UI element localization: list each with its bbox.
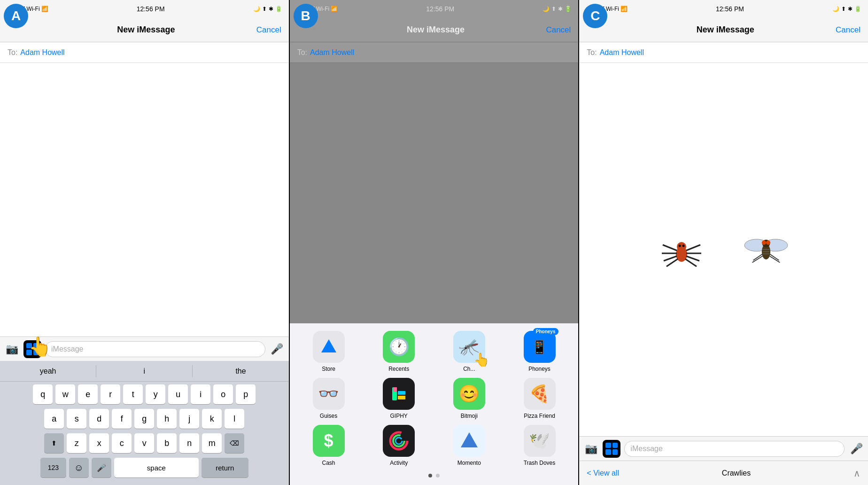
key-u[interactable]: u [168, 384, 188, 404]
app-label-store: Store [322, 366, 335, 372]
apps-icon-c[interactable] [603, 440, 620, 458]
key-row-4: 123 ☺ 🎤 space return [2, 458, 287, 477]
app-trashdoves[interactable]: 🕊️ Trash Doves [506, 425, 573, 466]
view-all-link[interactable]: < View all [587, 469, 619, 477]
key-g[interactable]: g [134, 409, 154, 429]
key-i[interactable]: i [191, 384, 210, 404]
camera-icon-c[interactable]: 📷 [583, 441, 599, 457]
key-x[interactable]: x [89, 433, 109, 453]
key-r[interactable]: r [101, 384, 120, 404]
key-o[interactable]: o [213, 384, 233, 404]
mic-icon-a[interactable]: 🎤 [269, 341, 285, 357]
to-field-b: To: Adam Howell [290, 42, 579, 63]
app-label-momento: Momento [457, 460, 481, 466]
key-j[interactable]: j [179, 409, 199, 429]
cancel-btn-a[interactable]: Cancel [256, 25, 281, 35]
app-activity[interactable]: Activity [365, 425, 432, 466]
chevron-up-icon[interactable]: ∧ [853, 468, 860, 479]
key-m[interactable]: m [202, 433, 222, 453]
app-bitmoji[interactable]: 😊 Bitmoji [436, 378, 503, 419]
app-pizza[interactable]: 🍕 Pizza Friend [506, 378, 573, 419]
sticker-fly[interactable] [728, 212, 804, 287]
key-numbers[interactable]: 123 [40, 458, 66, 477]
cancel-btn-c[interactable]: Cancel [836, 25, 860, 35]
message-area-a[interactable] [0, 63, 289, 336]
app-icon-guises: 👓 [313, 378, 345, 410]
key-l[interactable]: l [225, 409, 244, 429]
svg-line-19 [685, 259, 697, 266]
key-p[interactable]: p [236, 384, 256, 404]
camera-icon-a[interactable]: 📷 [4, 341, 20, 357]
app-label-recents: Recents [388, 366, 409, 372]
suggestion-the[interactable]: the [193, 365, 288, 377]
key-d[interactable]: d [89, 409, 109, 429]
to-name-c[interactable]: Adam Howell [600, 48, 644, 57]
svg-line-16 [686, 245, 700, 250]
key-a[interactable]: a [44, 409, 64, 429]
app-label-giphy: GIPHY [390, 413, 407, 419]
app-dot-1 [26, 343, 32, 349]
svg-line-15 [666, 259, 678, 266]
to-label-a: To: [8, 48, 17, 57]
key-shift[interactable]: ⬆ [44, 433, 64, 453]
app-guises[interactable]: 👓 Guises [295, 378, 362, 419]
key-s[interactable]: s [67, 409, 86, 429]
key-z[interactable]: z [67, 433, 86, 453]
key-t[interactable]: t [123, 384, 143, 404]
nav-title-c: New iMessage [697, 25, 754, 35]
sticker-spider[interactable] [644, 212, 719, 287]
bt-a: ⬆ [262, 6, 267, 12]
message-input-c[interactable]: iMessage [624, 441, 845, 457]
key-mic[interactable]: 🎤 [92, 458, 111, 477]
key-w[interactable]: w [55, 384, 75, 404]
app-dot-c1 [605, 443, 611, 448]
key-e[interactable]: e [78, 384, 98, 404]
key-b[interactable]: b [157, 433, 177, 453]
to-name-a[interactable]: Adam Howell [20, 48, 64, 57]
panel-b: B ·· AT&T Wi-Fi 📶 12:56 PM 🌙 ⬆ ✱ 🔋 New i… [289, 0, 579, 485]
app-giphy[interactable]: GIPHY [365, 378, 432, 419]
app-grid: A Store 🕐 Recents 🦟 👆 Ch... [295, 331, 573, 466]
app-recents[interactable]: 🕐 Recents [365, 331, 432, 372]
svg-point-27 [766, 241, 770, 245]
key-delete[interactable]: ⌫ [225, 433, 244, 453]
app-store[interactable]: A Store [295, 331, 362, 372]
key-row-3: ⬆ z x c v b n m ⌫ [2, 433, 287, 453]
panel-c: C ·· AT&T Wi-Fi 📶 12:56 PM 🌙 ⬆ ✱ 🔋 New i… [578, 0, 868, 485]
key-c[interactable]: c [112, 433, 132, 453]
placeholder-c: iMessage [630, 445, 662, 453]
app-cash[interactable]: $ Cash [295, 425, 362, 466]
time-c: 12:56 PM [716, 5, 744, 13]
message-input-a[interactable]: iMessage [45, 341, 265, 357]
mic-icon-c[interactable]: 🎤 [848, 441, 864, 457]
app-phoneys[interactable]: 📱 Phoneys Phoneys [506, 331, 573, 372]
app-icon-trashdoves: 🕊️ [524, 425, 556, 457]
key-return[interactable]: return [202, 458, 248, 477]
status-right-a: 🌙 ⬆ ✱ 🔋 [253, 6, 282, 12]
app-momento[interactable]: Momento [436, 425, 503, 466]
key-h[interactable]: h [157, 409, 177, 429]
status-right-c: 🌙 ⬆ ✱ 🔋 [832, 6, 861, 12]
key-k[interactable]: k [202, 409, 222, 429]
app-icon-phoneys: 📱 Phoneys [524, 331, 556, 363]
key-q[interactable]: q [33, 384, 53, 404]
key-space[interactable]: space [114, 458, 199, 477]
app-icon-recents: 🕐 [383, 331, 415, 363]
key-y[interactable]: y [146, 384, 165, 404]
nav-title-b: New iMessage [407, 25, 465, 35]
suggestion-i[interactable]: i [96, 365, 193, 377]
key-f[interactable]: f [112, 409, 132, 429]
app-icon-store: A [313, 331, 345, 363]
key-emoji[interactable]: ☺ [69, 458, 89, 477]
app-label-cash: Cash [322, 460, 335, 466]
apps-icon-a[interactable]: 👆 [23, 340, 41, 358]
key-v[interactable]: v [134, 433, 154, 453]
app-dot-c3 [605, 449, 611, 455]
cancel-btn-b[interactable]: Cancel [546, 25, 571, 35]
key-n[interactable]: n [179, 433, 199, 453]
to-name-b[interactable]: Adam Howell [310, 48, 354, 57]
app-ch[interactable]: 🦟 👆 Ch... [436, 331, 503, 372]
app-dot-2 [33, 343, 39, 349]
placeholder-a: iMessage [51, 345, 83, 353]
suggestion-yeah[interactable]: yeah [0, 365, 96, 377]
